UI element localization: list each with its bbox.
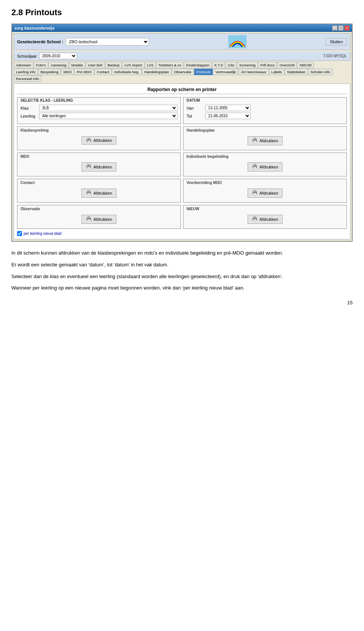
afdrukken-mdo[interactable]: Afdrukken [82, 162, 116, 172]
svg-rect-24 [253, 219, 256, 221]
schooljaar-dropdown[interactable]: 2009-2010 [39, 53, 77, 59]
svg-rect-11 [253, 164, 256, 166]
tot-label: Tot [187, 114, 204, 118]
page-number: 15 [11, 300, 353, 305]
description-para2: Er wordt een selectie gemaakt van ‘datum… [11, 261, 353, 269]
svg-rect-20 [87, 216, 90, 218]
tab-handelingsplan[interactable]: Handelingsplan [142, 69, 171, 75]
svg-rect-12 [253, 167, 256, 169]
version-text: 7.020 MYSQL [323, 54, 347, 58]
svg-rect-23 [253, 216, 256, 218]
svg-rect-5 [253, 138, 256, 140]
afdrukken-nieuw[interactable]: Afdrukken [248, 215, 282, 224]
rainbow-icon [228, 35, 246, 48]
printer-icon-mdo [86, 164, 92, 170]
tab-mutatie[interactable]: Mutatie [69, 62, 85, 68]
contact-label: Contact [20, 181, 177, 185]
tab-printouts[interactable]: Printouts [194, 69, 213, 75]
tab-nieuw1[interactable]: NIEUW [297, 62, 314, 68]
tab-kinderstappen[interactable]: Kinderstappen [184, 62, 212, 68]
nav-tabs-row2: Leerling info Bespreking MDO Pré MDO Con… [14, 69, 350, 82]
tab-adressen[interactable]: Adressen [14, 62, 33, 68]
perleerling-label: per leerling nieuw blad [24, 231, 61, 236]
close-button[interactable]: ✕ [344, 25, 350, 31]
printer-icon-klasbespreking [86, 138, 92, 143]
tab-overzicht[interactable]: Overzicht [277, 62, 297, 68]
printer-icon-voorbereiding [252, 190, 258, 196]
section-observatie: Observatie Afdrukken [17, 205, 181, 229]
leerling-dropdown[interactable]: Alle leerlingen [39, 113, 177, 119]
tab-vertrouwelijk[interactable]: Vertrouwelijk [213, 69, 238, 75]
schooljaar-row: Schooljaar 2009-2010 7.020 MYSQL [14, 52, 350, 61]
datum-legend: DATUM [186, 98, 343, 102]
individuele-label: Individuele begeleiding [187, 154, 344, 159]
tab-leerlinginfo[interactable]: Leerling info [14, 69, 38, 75]
description-para4: Wanneer per leerling op een nieuwe pagin… [11, 284, 353, 292]
tab-individuelebeg[interactable]: Individuele beg. [112, 69, 142, 75]
afdrukken-individuele[interactable]: Afdrukken [248, 162, 282, 172]
van-label: Van [187, 106, 204, 110]
tab-lvs[interactable]: LVS [145, 62, 156, 68]
tab-fotos[interactable]: Foto's [34, 62, 48, 68]
nieuw-label: NIEUW [187, 207, 344, 211]
tab-bespreking[interactable]: Bespreking [38, 69, 61, 75]
svg-rect-17 [253, 190, 256, 192]
section-mdo: MDO Afdrukken [17, 153, 181, 176]
tab-scholeninfo[interactable]: Scholen info [308, 69, 333, 75]
tab-labels[interactable]: Labels [269, 69, 284, 75]
tab-pdfdocu[interactable]: Pdf docu [258, 62, 277, 68]
svg-rect-18 [253, 193, 256, 195]
window-controls: _ □ ✕ [332, 25, 350, 31]
maximize-button[interactable]: □ [338, 25, 344, 31]
svg-rect-15 [87, 193, 90, 195]
voorbereiding-label: Voorbereiding MDO [187, 181, 344, 185]
svg-rect-8 [87, 164, 90, 166]
tab-backup[interactable]: Backup [105, 62, 122, 68]
selectie-box: SELECTIE KLAS - LEERLING Klas 3LB Leerli… [17, 97, 181, 124]
minimize-button[interactable]: _ [332, 25, 337, 31]
tab-mdo[interactable]: MDO [61, 69, 74, 75]
school-label: Geselecteerde School : [17, 39, 63, 44]
tab-premdo[interactable]: Pré MDO [74, 69, 94, 75]
nav-tabs-row1: Adressen Foto's Aanwezig Mutatie User be… [14, 62, 350, 68]
tab-avileesniveaus[interactable]: AVI leesniveaus [238, 69, 268, 75]
section-nieuw: NIEUW Afdrukken [183, 205, 347, 229]
section-individuele: Individuele begeleiding Afdrukken [183, 153, 347, 176]
top-sections: SELECTIE KLAS - LEERLING Klas 3LB Leerli… [17, 97, 347, 124]
tab-contact[interactable]: Contact [94, 69, 111, 75]
tab-kts[interactable]: K.T.S [212, 62, 225, 68]
tab-statistieken[interactable]: Statistieken [285, 69, 308, 75]
van-dropdown[interactable]: 13-12-2005 [205, 105, 251, 111]
page-title: 2.8 Printouts [11, 8, 353, 17]
tab-aanwezig[interactable]: Aanwezig [49, 62, 69, 68]
mdo-label: MDO [20, 154, 177, 159]
afdrukken-klasbespreking[interactable]: Afdrukken [82, 136, 116, 145]
van-row: Van 13-12-2005 [187, 105, 344, 111]
sections-grid: Klasbespreking Afdrukken Hand [17, 126, 347, 229]
leerling-label: Leerling [20, 114, 38, 118]
tab-observatie[interactable]: Observatie [172, 69, 194, 75]
panel-title: Rapporten op scherm en printer [17, 87, 347, 94]
tab-toetsters[interactable]: Toetsters & co [156, 62, 184, 68]
sluiten-button[interactable]: Sluiten [326, 38, 347, 46]
window-title: zorg basisonderwijs [14, 26, 55, 30]
tab-userbeh[interactable]: User beh [86, 62, 105, 68]
afdrukken-voorbereiding[interactable]: Afdrukken [248, 189, 282, 198]
printer-icon-contact [86, 190, 92, 196]
tab-personeelinfo[interactable]: Personeel info [14, 76, 41, 82]
klas-dropdown[interactable]: 3LB [39, 105, 177, 111]
perleerling-checkbox[interactable] [17, 231, 22, 236]
main-panel: Rapporten op scherm en printer SELECTIE … [14, 83, 350, 239]
tot-dropdown[interactable]: 21-06-2010 [205, 113, 251, 119]
tab-cito[interactable]: Cito [226, 62, 237, 68]
afdrukken-observatie[interactable]: Afdrukken [82, 215, 116, 224]
afdrukken-contact[interactable]: Afdrukken [82, 189, 116, 198]
tab-screening[interactable]: Screening [237, 62, 258, 68]
handelingsplan-label: Handelingsplan [187, 128, 344, 132]
klas-label: Klas [20, 106, 38, 110]
printer-icon-handelingsplan [252, 138, 258, 144]
school-dropdown[interactable]: ZBO testschool [66, 38, 149, 46]
afdrukken-handelingsplan[interactable]: Afdrukken [248, 136, 282, 145]
tab-lvsimport[interactable]: LVS import [122, 62, 144, 68]
section-handelingsplan: Handelingsplan Afdrukken [183, 126, 347, 150]
